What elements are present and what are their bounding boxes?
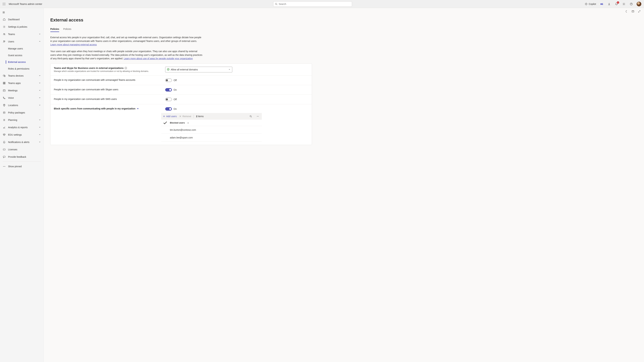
svg-point-12 bbox=[602, 3, 603, 4]
user-avatar[interactable] bbox=[636, 2, 641, 6]
svg-line-10 bbox=[277, 4, 278, 5]
svg-point-4 bbox=[4, 4, 4, 4]
nav-external-access[interactable]: External access bbox=[0, 59, 44, 65]
copilot-label: Copilot bbox=[589, 3, 596, 5]
chevron-down-icon bbox=[39, 119, 41, 121]
nav-label: Locations bbox=[8, 104, 18, 107]
search-box[interactable] bbox=[273, 1, 352, 7]
help-button[interactable] bbox=[628, 1, 634, 7]
external-domains-dropdown[interactable]: Allow all external domains bbox=[165, 67, 232, 72]
svg-point-1 bbox=[4, 3, 4, 3]
nav-edu-settings[interactable]: EDU settings bbox=[0, 131, 44, 138]
chevron-down-icon bbox=[39, 89, 41, 91]
tab-policies-1[interactable]: Policies bbox=[50, 27, 59, 32]
nav-locations[interactable]: Locations bbox=[0, 102, 44, 109]
panel-toggle[interactable] bbox=[630, 9, 635, 14]
search-input[interactable] bbox=[279, 3, 350, 5]
chevron-down-icon bbox=[39, 82, 41, 84]
nav-notifications-alerts[interactable]: Notifications & alerts bbox=[0, 138, 44, 146]
toggle-block-users[interactable] bbox=[165, 107, 172, 111]
nav-label: Settings & policies bbox=[8, 25, 27, 28]
nav-label: Teams devices bbox=[8, 74, 24, 77]
toggle-skype-users[interactable] bbox=[165, 88, 172, 91]
blocked-user-row[interactable]: adam.lee@spam.com bbox=[161, 134, 262, 141]
nav-label: Licenses bbox=[8, 148, 17, 151]
chevron-down-icon bbox=[39, 141, 41, 143]
teams-icon bbox=[600, 2, 603, 5]
nav-label: Teams apps bbox=[8, 82, 21, 84]
devices-icon bbox=[3, 74, 6, 77]
svg-point-0 bbox=[3, 3, 3, 3]
learn-more-link-2[interactable]: Learn more about use of apps by people o… bbox=[124, 57, 193, 60]
svg-point-48 bbox=[167, 68, 169, 70]
svg-point-56 bbox=[258, 116, 258, 116]
nav-planning[interactable]: Planning bbox=[0, 116, 44, 124]
settings-button[interactable] bbox=[620, 1, 627, 7]
nav-label: Show pinned bbox=[8, 165, 22, 168]
nav-dashboard[interactable]: Dashboard bbox=[0, 16, 44, 23]
help-icon bbox=[630, 2, 633, 5]
more-icon bbox=[3, 165, 6, 168]
toggle-unmanaged-teams[interactable] bbox=[165, 79, 172, 82]
nav-teams[interactable]: Teams bbox=[0, 30, 44, 38]
nav-voice[interactable]: Voice bbox=[0, 94, 44, 102]
svg-rect-30 bbox=[3, 90, 5, 91]
learn-more-link-1[interactable]: Learn more about managing external acces… bbox=[50, 43, 97, 46]
chevron-down-icon bbox=[228, 68, 230, 70]
chevron-down-icon bbox=[39, 33, 41, 35]
remove-users-button[interactable]: Remove bbox=[179, 115, 191, 118]
more-blocked-button[interactable] bbox=[256, 114, 260, 119]
nav-analytics-reports[interactable]: Analytics & reports bbox=[0, 124, 44, 131]
nav-label: Guest access bbox=[8, 54, 22, 57]
toggle-state-label: On bbox=[174, 88, 177, 91]
svg-rect-13 bbox=[602, 4, 603, 5]
nav-teams-devices[interactable]: Teams devices bbox=[0, 72, 44, 79]
expand-button[interactable] bbox=[637, 9, 642, 14]
more-icon bbox=[256, 115, 259, 117]
nav-manage-users[interactable]: Manage users bbox=[0, 45, 44, 52]
tab-policies-2[interactable]: Policies bbox=[63, 27, 71, 32]
search-blocked-button[interactable] bbox=[248, 114, 253, 119]
toggle-sms-users[interactable] bbox=[165, 98, 172, 101]
copilot-button[interactable]: Copilot bbox=[583, 2, 598, 6]
blocked-users-header: Blocked users bbox=[161, 120, 262, 126]
sort-arrow-icon bbox=[187, 122, 189, 124]
select-all-checkbox[interactable] bbox=[163, 120, 168, 125]
nav-provide-feedback[interactable]: Provide feedback bbox=[0, 153, 44, 161]
svg-rect-11 bbox=[600, 3, 602, 5]
nav-meetings[interactable]: Meetings bbox=[0, 87, 44, 94]
svg-rect-38 bbox=[3, 149, 5, 150]
nav-show-pinned[interactable]: Show pinned bbox=[0, 163, 44, 170]
column-header-blocked-users[interactable]: Blocked users bbox=[168, 121, 260, 124]
teams-app-button[interactable] bbox=[598, 1, 605, 7]
nav-settings-policies[interactable]: Settings & policies bbox=[0, 23, 44, 30]
toggle-state-label: Off bbox=[174, 79, 176, 82]
nav-licenses[interactable]: Licenses bbox=[0, 146, 44, 153]
info-icon[interactable] bbox=[124, 67, 127, 69]
notifications-button[interactable]: 1 bbox=[613, 1, 620, 7]
tab-label: Policies bbox=[50, 28, 59, 30]
check-circle-icon bbox=[167, 68, 170, 70]
main-content: External access Policies Policies Extern… bbox=[44, 8, 644, 362]
sidebar: Dashboard Settings & policies Teams User… bbox=[0, 8, 44, 362]
app-launcher-button[interactable] bbox=[1, 1, 7, 7]
nav-users[interactable]: Users bbox=[0, 38, 44, 45]
settings-card: Teams and Skype for Business users in ex… bbox=[50, 63, 312, 145]
nav-guest-access[interactable]: Guest access bbox=[0, 52, 44, 59]
nav-label: Manage users bbox=[8, 47, 23, 50]
nav-policy-packages[interactable]: Policy packages bbox=[0, 109, 44, 116]
chevron-up-icon bbox=[39, 40, 41, 42]
add-users-button[interactable]: Add users bbox=[163, 115, 177, 118]
remove-users-label: Remove bbox=[182, 115, 191, 118]
collapse-nav-button[interactable] bbox=[0, 9, 7, 16]
gear-icon bbox=[622, 2, 626, 5]
blocked-user-row[interactable]: tim.burton@contoso.com bbox=[161, 126, 262, 134]
nav-label: Meetings bbox=[8, 89, 18, 92]
nav-label: Provide feedback bbox=[8, 156, 26, 158]
nav-label: EDU settings bbox=[8, 133, 22, 136]
download-button[interactable] bbox=[606, 1, 612, 7]
dark-mode-toggle[interactable] bbox=[624, 9, 629, 14]
nav-teams-apps[interactable]: Teams apps bbox=[0, 79, 44, 87]
nav-roles-permissions[interactable]: Roles & permissions bbox=[0, 65, 44, 72]
svg-point-20 bbox=[4, 33, 4, 34]
